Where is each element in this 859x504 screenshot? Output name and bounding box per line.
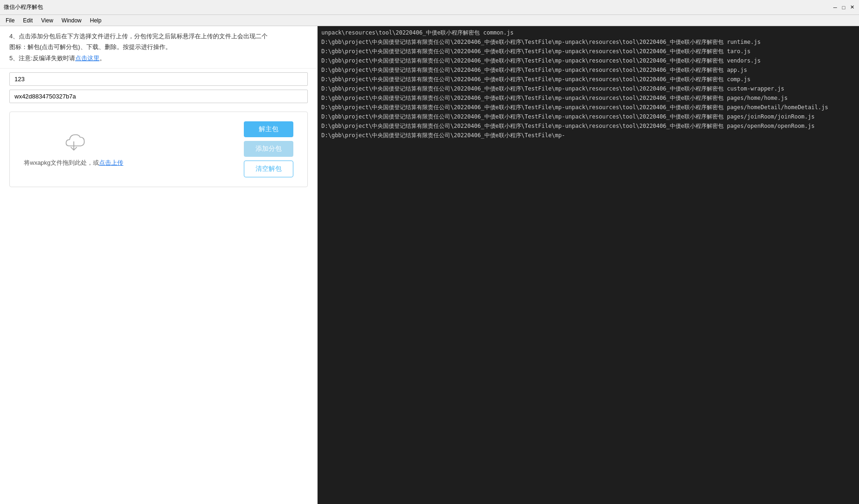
left-panel: 4、点击添加分包后在下方选择文件进行上传，分包传完之后鼠标悬浮在上传的文件上会出…	[0, 26, 318, 504]
upload-hint: 将wxapkg文件拖到此处，或点击上传	[24, 159, 123, 167]
click-upload-link[interactable]: 点击上传	[99, 159, 123, 166]
console-line: D:\gbb\project\中央国债登记结算有限责任公司\20220406_中…	[321, 56, 855, 65]
title-bar-left: 微信小程序解包	[4, 3, 43, 11]
console-line: D:\gbb\project\中央国债登记结算有限责任公司\20220406_中…	[321, 121, 855, 131]
click-here-link[interactable]: 点击这里	[75, 55, 99, 62]
close-button[interactable]: ✕	[849, 4, 855, 11]
app-title: 微信小程序解包	[4, 3, 43, 11]
wx-id-input[interactable]	[9, 90, 308, 103]
upload-cloud-icon	[60, 132, 88, 155]
menu-view[interactable]: View	[37, 16, 57, 25]
console-line: D:\gbb\project\中央国债登记结算有限责任公司\20220406_中…	[321, 84, 855, 93]
console-line: D:\gbb\project\中央国债登记结算有限责任公司\20220406_中…	[321, 75, 855, 84]
menu-bar: File Edit View Window Help	[0, 15, 859, 26]
maximize-button[interactable]: □	[840, 4, 847, 11]
console-line: D:\gbb\project\中央国债登记结算有限责任公司\20220406_中…	[321, 112, 855, 121]
upload-area: 将wxapkg文件拖到此处，或点击上传 解主包 添加分包 清空解包	[9, 112, 308, 187]
menu-edit[interactable]: Edit	[19, 16, 36, 25]
console-line: D:\gbb\project\中央国债登记结算有限责任公司\20220406_中…	[321, 131, 855, 140]
main-container: 4、点击添加分包后在下方选择文件进行上传，分包传完之后鼠标悬浮在上传的文件上会出…	[0, 26, 859, 504]
console-line: D:\gbb\project\中央国债登记结算有限责任公司\20220406_中…	[321, 47, 855, 56]
console-line: D:\gbb\project\中央国债登记结算有限责任公司\20220406_中…	[321, 65, 855, 75]
clear-unpack-button[interactable]: 清空解包	[244, 161, 293, 177]
console-panel: unpack\resources\tool\20220406_中债e联小程序解密…	[318, 26, 859, 504]
input-section	[0, 69, 317, 107]
add-subpackage-button[interactable]: 添加分包	[244, 141, 293, 157]
console-line: D:\gbb\project\中央国债登记结算有限责任公司\20220406_中…	[321, 37, 855, 47]
console-line: D:\gbb\project\中央国债登记结算有限责任公司\20220406_中…	[321, 93, 855, 103]
window-controls: ─ □ ✕	[832, 4, 855, 11]
menu-file[interactable]: File	[2, 16, 18, 25]
minimize-button[interactable]: ─	[832, 4, 838, 11]
instructions: 4、点击添加分包后在下方选择文件进行上传，分包传完之后鼠标悬浮在上传的文件上会出…	[0, 26, 317, 69]
instruction-text-4: 4、点击添加分包后在下方选择文件进行上传，分包传完之后鼠标悬浮在上传的文件上会出…	[9, 33, 268, 40]
instruction-text-5: 5、注意:反编译失败时请点击这里。	[9, 55, 106, 62]
instruction-icons: 图标：解包(点击可解分包)、下载、删除。按提示进行操作。	[9, 43, 171, 50]
console-line: unpack\resources\tool\20220406_中债e联小程序解密…	[321, 28, 855, 37]
button-group: 解主包 添加分包 清空解包	[244, 121, 293, 177]
menu-window[interactable]: Window	[58, 16, 85, 25]
console-output: unpack\resources\tool\20220406_中债e联小程序解密…	[318, 26, 859, 504]
upload-icon-area: 将wxapkg文件拖到此处，或点击上传	[24, 132, 123, 167]
unpack-main-button[interactable]: 解主包	[244, 121, 293, 137]
title-bar: 微信小程序解包 ─ □ ✕	[0, 0, 859, 15]
console-line: D:\gbb\project\中央国债登记结算有限责任公司\20220406_中…	[321, 103, 855, 112]
menu-help[interactable]: Help	[86, 16, 106, 25]
app-id-input[interactable]	[9, 72, 308, 86]
